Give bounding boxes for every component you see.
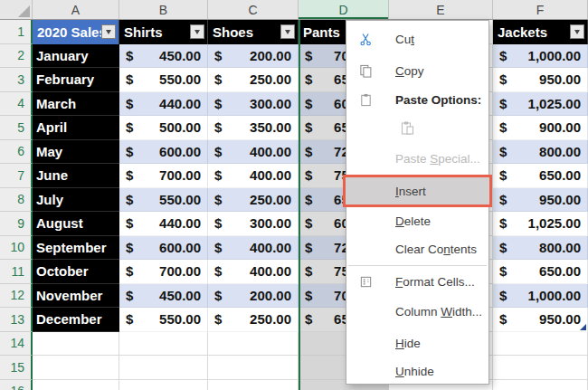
cell-B14[interactable] xyxy=(119,332,208,357)
cell-F1[interactable]: Jackets xyxy=(493,20,588,44)
row-header-9[interactable]: 9 xyxy=(0,212,33,236)
cell-F14[interactable] xyxy=(493,332,588,357)
cell-C15[interactable] xyxy=(208,356,299,380)
cell-F3[interactable]: $950.00 xyxy=(493,68,588,92)
menu-item-paste-options[interactable]: Paste Options: xyxy=(346,87,488,113)
column-header-F[interactable]: F xyxy=(493,0,588,19)
cell-B1[interactable]: Shirts xyxy=(119,20,208,44)
cell-A1[interactable]: 2020 Sales xyxy=(33,20,119,44)
cell-C3[interactable]: $250.00 xyxy=(208,68,299,92)
cell-C1[interactable]: Shoes xyxy=(208,20,299,44)
select-all-corner[interactable] xyxy=(0,0,33,19)
filter-dropdown-button[interactable] xyxy=(190,24,204,39)
cell-F15[interactable] xyxy=(493,356,588,380)
cell-F2[interactable]: $1,000.00 xyxy=(493,44,588,69)
cell-B5[interactable]: $500.00 xyxy=(119,116,208,140)
cell-C6[interactable]: $400.00 xyxy=(208,140,299,165)
row-header-5[interactable]: 5 xyxy=(0,116,33,140)
cell-A16[interactable] xyxy=(33,380,119,390)
menu-item-insert[interactable]: Insert xyxy=(346,175,488,207)
cell-B16[interactable] xyxy=(119,380,208,390)
filter-dropdown-button[interactable] xyxy=(280,24,295,39)
cell-C5[interactable]: $350.00 xyxy=(208,116,299,140)
row-header-10[interactable]: 10 xyxy=(0,236,33,261)
cell-A10[interactable]: September xyxy=(33,236,119,261)
table-resize-handle[interactable] xyxy=(580,324,586,330)
cell-C9[interactable]: $300.00 xyxy=(208,212,299,236)
cell-F12[interactable]: $1,000.00 xyxy=(493,284,588,309)
cell-F10[interactable]: $800.00 xyxy=(493,236,588,261)
cell-F6[interactable]: $800.00 xyxy=(493,140,588,165)
cell-C12[interactable]: $200.00 xyxy=(208,284,299,309)
row-header-4[interactable]: 4 xyxy=(0,92,33,117)
cell-A7[interactable]: June xyxy=(33,164,119,188)
menu-item-copy[interactable]: Copy xyxy=(346,55,488,87)
cell-B3[interactable]: $550.00 xyxy=(119,68,208,92)
column-header-C[interactable]: C xyxy=(208,0,299,19)
cell-C16[interactable] xyxy=(208,380,299,390)
menu-item-unhide[interactable]: Unhide xyxy=(346,358,488,384)
cell-B10[interactable]: $600.00 xyxy=(119,236,208,261)
cell-C7[interactable]: $400.00 xyxy=(208,164,299,188)
cell-A3[interactable]: February xyxy=(33,68,119,92)
column-header-A[interactable]: A xyxy=(33,0,119,19)
cell-C4[interactable]: $300.00 xyxy=(208,92,299,117)
cell-A2[interactable]: January xyxy=(33,44,119,69)
cell-C2[interactable]: $200.00 xyxy=(208,44,299,69)
cell-C13[interactable]: $250.00 xyxy=(208,308,299,332)
cell-A14[interactable] xyxy=(33,332,119,357)
cell-B7[interactable]: $700.00 xyxy=(119,164,208,188)
cell-A6[interactable]: May xyxy=(33,140,119,165)
cell-F5[interactable]: $900.00 xyxy=(493,116,588,140)
menu-item-clear-contents[interactable]: Clear Contents xyxy=(346,235,488,263)
row-header-12[interactable]: 12 xyxy=(0,284,33,309)
cell-A9[interactable]: August xyxy=(33,212,119,236)
cell-B8[interactable]: $550.00 xyxy=(119,188,208,213)
row-header-11[interactable]: 11 xyxy=(0,260,33,284)
cell-A5[interactable]: April xyxy=(33,116,119,140)
cell-A13[interactable]: December xyxy=(33,308,119,332)
row-header-2[interactable]: 2 xyxy=(0,44,33,69)
cell-A8[interactable]: July xyxy=(33,188,119,213)
cell-B9[interactable]: $440.00 xyxy=(119,212,208,236)
cell-B6[interactable]: $600.00 xyxy=(119,140,208,165)
column-header-E[interactable]: E xyxy=(389,0,493,19)
row-header-13[interactable]: 13 xyxy=(0,308,33,332)
menu-item-cut[interactable]: Cut xyxy=(346,24,488,55)
cell-C8[interactable]: $250.00 xyxy=(208,188,299,213)
row-header-7[interactable]: 7 xyxy=(0,164,33,188)
cell-F11[interactable]: $650.00 xyxy=(493,260,588,284)
menu-item-hide[interactable]: Hide xyxy=(346,328,488,358)
cell-B13[interactable]: $550.00 xyxy=(119,308,208,332)
cell-A15[interactable] xyxy=(33,356,119,380)
cell-C11[interactable]: $400.00 xyxy=(208,260,299,284)
column-header-B[interactable]: B xyxy=(119,0,208,19)
menu-item-delete[interactable]: Delete xyxy=(346,207,488,235)
cell-B11[interactable]: $700.00 xyxy=(119,260,208,284)
cell-F16[interactable] xyxy=(493,380,588,390)
cell-C14[interactable] xyxy=(208,332,299,357)
row-header-6[interactable]: 6 xyxy=(0,140,33,165)
cell-A12[interactable]: November xyxy=(33,284,119,309)
cell-B12[interactable]: $450.00 xyxy=(119,284,208,309)
filter-dropdown-button[interactable] xyxy=(101,24,116,39)
cell-B2[interactable]: $450.00 xyxy=(119,44,208,69)
row-header-3[interactable]: 3 xyxy=(0,68,33,92)
row-header-15[interactable]: 15 xyxy=(0,356,33,380)
column-header-D[interactable]: D xyxy=(299,0,389,19)
cell-B15[interactable] xyxy=(119,356,208,380)
cell-F8[interactable]: $950.00 xyxy=(493,188,588,213)
cell-F4[interactable]: $1,025.00 xyxy=(493,92,588,117)
row-header-1[interactable]: 1 xyxy=(0,20,33,44)
menu-item-format-cells[interactable]: Format Cells... xyxy=(346,268,488,296)
cell-F7[interactable]: $650.00 xyxy=(493,164,588,188)
cell-A11[interactable]: October xyxy=(33,260,119,284)
cell-F13[interactable]: $950.00 xyxy=(493,308,588,332)
row-header-8[interactable]: 8 xyxy=(0,188,33,213)
filter-dropdown-button[interactable] xyxy=(570,24,584,39)
row-header-16[interactable]: 16 xyxy=(0,380,33,390)
menu-item-column-width[interactable]: Column Width... xyxy=(346,296,488,328)
cell-C10[interactable]: $400.00 xyxy=(208,236,299,261)
cell-F9[interactable]: $1,025.00 xyxy=(493,212,588,236)
cell-B4[interactable]: $440.00 xyxy=(119,92,208,117)
